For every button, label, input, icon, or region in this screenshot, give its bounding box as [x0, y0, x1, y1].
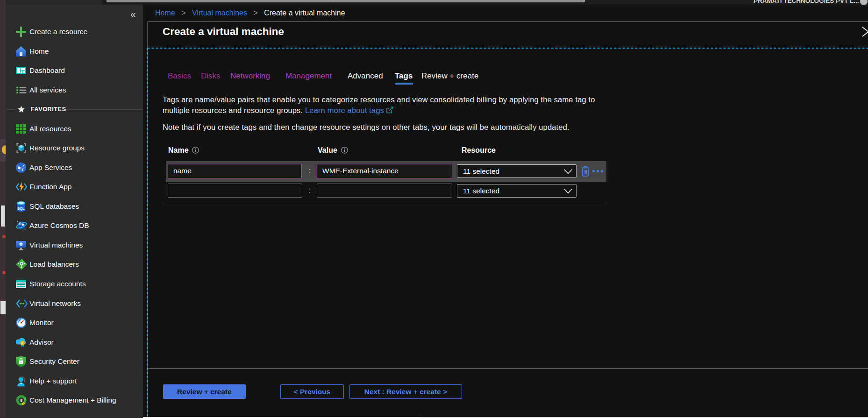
- svg-text:$: $: [20, 398, 22, 403]
- svg-text:SQL: SQL: [17, 206, 25, 211]
